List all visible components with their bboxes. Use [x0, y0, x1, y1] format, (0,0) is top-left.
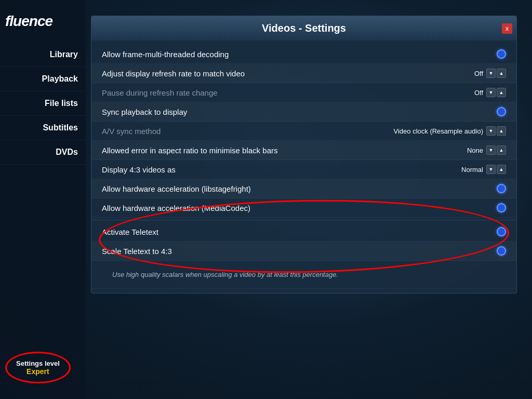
settings-level-badge: Settings level Expert — [5, 352, 71, 383]
dropdown-up-refresh-rate[interactable]: ▲ — [497, 69, 506, 78]
setting-label-sync-playback: Sync playback to display — [102, 108, 497, 116]
setting-dropdown-av-sync: Video clock (Resample audio) ▼ ▲ — [394, 126, 506, 136]
dropdown-up-av-sync[interactable]: ▲ — [497, 126, 506, 136]
setting-row-scale-teletext: Scale Teletext to 4:3 — [91, 242, 516, 261]
setting-row-pause-refresh: Pause during refresh rate change Off ▼ ▲ — [91, 83, 516, 102]
sidebar-item-playback[interactable]: Playback — [0, 67, 86, 91]
setting-toggle-hw-libstagefright[interactable] — [497, 184, 506, 193]
panel-header: Videos - Settings x — [91, 16, 516, 41]
setting-row-teletext: Activate Teletext — [91, 222, 516, 242]
setting-label-43-display: Display 4:3 videos as — [102, 165, 461, 174]
setting-value-43-display: Normal — [461, 166, 483, 174]
setting-toggle-sync-playback[interactable] — [497, 107, 506, 116]
sidebar-item-filelists[interactable]: File lists — [0, 91, 86, 116]
dropdown-down-aspect-ratio[interactable]: ▼ — [486, 145, 496, 155]
dropdown-down-refresh-rate[interactable]: ▼ — [486, 69, 496, 78]
setting-row-43-display: Display 4:3 videos as Normal ▼ ▲ — [91, 160, 516, 179]
setting-value-refresh-rate: Off — [474, 70, 483, 77]
hint-text: Use high quality scalars when upscaling … — [102, 265, 349, 284]
setting-label-hw-mediacodec: Allow hardware acceleration (MediaCodec) — [102, 204, 497, 212]
setting-label-pause-refresh: Pause during refresh rate change — [102, 88, 474, 97]
sidebar: fluence Library Playback File lists Subt… — [0, 0, 86, 399]
setting-dropdown-aspect-ratio: None ▼ ▲ — [467, 145, 506, 155]
setting-label-av-sync: A/V sync method — [102, 127, 394, 136]
setting-label-multithreaded: Allow frame-multi-threaded decoding — [102, 50, 497, 59]
setting-row-hw-mediacodec: Allow hardware acceleration (MediaCodec) — [91, 198, 516, 218]
settings-level-value: Expert — [16, 367, 60, 376]
sidebar-item-library[interactable]: Library — [0, 43, 86, 67]
setting-label-scale-teletext: Scale Teletext to 4:3 — [102, 247, 497, 256]
settings-level-label: Settings level — [16, 360, 60, 367]
dropdown-down-pause-refresh[interactable]: ▼ — [486, 88, 496, 97]
setting-toggle-scale-teletext[interactable] — [497, 246, 506, 256]
setting-value-pause-refresh: Off — [474, 89, 483, 97]
setting-label-hw-libstagefright: Allow hardware acceleration (libstagefri… — [102, 184, 497, 193]
close-button[interactable]: x — [502, 23, 512, 34]
setting-value-av-sync: Video clock (Resample audio) — [394, 127, 483, 135]
section-divider — [91, 220, 516, 220]
setting-dropdown-43-display: Normal ▼ ▲ — [461, 165, 506, 174]
sidebar-item-subtitles[interactable]: Subtitles — [0, 116, 86, 140]
settings-body: Allow frame-multi-threaded decoding Adju… — [91, 41, 516, 293]
setting-dropdown-refresh-rate: Off ▼ ▲ — [474, 69, 506, 78]
setting-label-refresh-rate: Adjust display refresh rate to match vid… — [102, 69, 474, 78]
setting-row-sync-playback: Sync playback to display — [91, 102, 516, 122]
setting-row-aspect-ratio: Allowed error in aspect ratio to minimis… — [91, 141, 516, 160]
sidebar-item-dvds[interactable]: DVDs — [0, 140, 86, 165]
dropdown-down-av-sync[interactable]: ▼ — [486, 126, 496, 136]
setting-toggle-teletext[interactable] — [497, 227, 506, 236]
dropdown-up-43-display[interactable]: ▲ — [497, 165, 506, 174]
setting-row-hw-libstagefright: Allow hardware acceleration (libstagefri… — [91, 179, 516, 198]
setting-value-aspect-ratio: None — [467, 147, 483, 154]
setting-row-multithreaded: Allow frame-multi-threaded decoding — [91, 45, 516, 64]
logo-text: fluence — [5, 13, 52, 29]
dropdown-up-aspect-ratio[interactable]: ▲ — [497, 145, 506, 155]
dropdown-down-43-display[interactable]: ▼ — [486, 165, 496, 174]
main-content: Videos - Settings x Allow frame-multi-th… — [86, 0, 532, 399]
hint-row: Use high quality scalars when upscaling … — [91, 261, 516, 289]
dropdown-up-pause-refresh[interactable]: ▲ — [497, 88, 506, 97]
setting-toggle-multithreaded[interactable] — [497, 49, 506, 59]
setting-row-av-sync: A/V sync method Video clock (Resample au… — [91, 122, 516, 141]
setting-label-aspect-ratio: Allowed error in aspect ratio to minimis… — [102, 146, 467, 155]
panel-title: Videos - Settings — [262, 22, 346, 34]
setting-row-refresh-rate: Adjust display refresh rate to match vid… — [91, 64, 516, 83]
app-logo: fluence — [0, 5, 58, 43]
setting-toggle-hw-mediacodec[interactable] — [497, 203, 506, 212]
setting-dropdown-pause-refresh: Off ▼ ▲ — [474, 88, 506, 97]
settings-panel: Videos - Settings x Allow frame-multi-th… — [91, 16, 517, 294]
setting-label-teletext: Activate Teletext — [102, 228, 497, 236]
